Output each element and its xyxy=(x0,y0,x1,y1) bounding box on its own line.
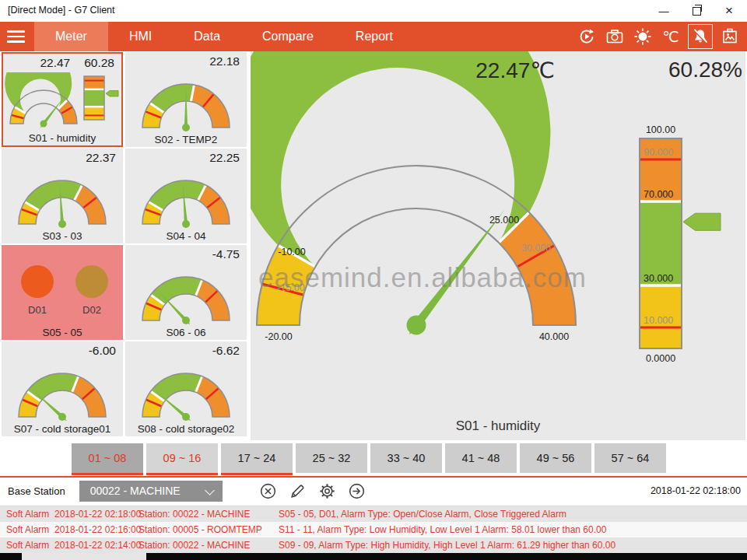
sensor-card-label: S01 - humidity xyxy=(3,132,121,144)
snapshot-gallery-icon[interactable] xyxy=(719,26,741,47)
sensor-card-s07[interactable]: -6.00S07 - cold storage01 xyxy=(2,341,123,436)
svg-text:-20.00: -20.00 xyxy=(265,331,292,342)
sensor-card-s01[interactable]: 22.4760.28S01 - humidity xyxy=(2,52,123,147)
sensor-card-grid: 22.4760.28S01 - humidity22.18S02 - TEMP2… xyxy=(0,51,249,440)
mini-dial-gauge xyxy=(128,357,244,421)
nav-item-report[interactable]: Report xyxy=(335,22,414,51)
alarm-mute-button[interactable] xyxy=(688,24,713,49)
contact-indicator-d01: D01 xyxy=(14,265,61,316)
svg-text:-10.00: -10.00 xyxy=(278,247,305,257)
temperature-readout: 22.47℃ xyxy=(430,58,601,83)
svg-text:90.000: 90.000 xyxy=(644,147,673,158)
settings-gear-icon[interactable] xyxy=(317,481,337,501)
app-window: [Direct Mode] - G7 Client — × MeterHMIDa… xyxy=(0,0,747,560)
mini-dial-gauge xyxy=(128,261,244,324)
nav-icons: ℃ xyxy=(576,22,747,51)
minimize-button[interactable]: — xyxy=(647,0,680,22)
nav-menu: MeterHMIDataCompareReport xyxy=(34,22,414,51)
bottom-bar: Base Station 00022 - MACHINE 2018-01-22 … xyxy=(0,478,747,504)
sensor-card-label: S08 - cold storage02 xyxy=(125,423,247,435)
alarm-time: 2018-01-22 02:16:00 xyxy=(54,524,139,535)
tab-01-08[interactable]: 01 ~ 08 xyxy=(72,443,143,475)
alarm-detail: S05 - 05, D01, Alarm Type: Open/Close Al… xyxy=(279,509,566,520)
tab-09-16[interactable]: 09 ~ 16 xyxy=(146,443,218,475)
svg-text:25.000: 25.000 xyxy=(489,215,519,226)
bar-pointer xyxy=(683,213,721,230)
alarm-station: Station: 00022 - MACHINE xyxy=(139,509,279,520)
svg-text:-15.00: -15.00 xyxy=(277,282,304,293)
sensor-card-label: S05 - 05 xyxy=(2,327,123,338)
sync-icon[interactable] xyxy=(576,26,598,47)
svg-text:0.0000: 0.0000 xyxy=(646,353,675,364)
alarm-log: Soft Alarm2018-01-22 02:18:00Station: 00… xyxy=(0,506,747,553)
sensor-card-label: S07 - cold storage01 xyxy=(2,423,123,435)
cancel-alarm-button[interactable] xyxy=(258,481,278,501)
sensor-values: 22.4760.28 xyxy=(8,56,114,70)
sensor-card-s03[interactable]: 22.37S03 - 03 xyxy=(2,149,123,243)
sensor-card-s06[interactable]: -4.75S06 - 06 xyxy=(125,245,247,340)
go-button[interactable] xyxy=(347,481,366,501)
sensor-card-s04[interactable]: 22.25S04 - 04 xyxy=(125,149,247,243)
gauge-needle xyxy=(409,210,504,334)
gauge-canvas: -20.0040.000-10.0025.000-15.0030.000100.… xyxy=(251,51,745,440)
bell-muted-icon xyxy=(691,27,710,46)
tab-57-64[interactable]: 57 ~ 64 xyxy=(594,443,666,473)
sensor-card-label: S04 - 04 xyxy=(125,230,247,242)
celsius-unit-toggle[interactable]: ℃ xyxy=(660,26,682,47)
chevron-down-icon xyxy=(205,485,215,495)
mini-bar-gauge xyxy=(82,75,120,124)
sensor-values: 22.25 xyxy=(130,151,240,165)
restore-button[interactable] xyxy=(680,0,713,22)
close-button[interactable]: × xyxy=(713,0,745,22)
alarm-station: Station: 00022 - MACHINE xyxy=(139,540,279,551)
sensor-card-s08[interactable]: -6.62S08 - cold storage02 xyxy=(125,341,247,436)
camera-icon[interactable] xyxy=(604,26,626,47)
svg-text:40.000: 40.000 xyxy=(539,331,569,342)
sensor-values: -6.00 xyxy=(6,344,116,358)
current-timestamp: 2018-01-22 02:18:00 xyxy=(651,485,741,496)
selected-sensor-label: S01 - humidity xyxy=(251,418,745,434)
base-station-label: Base Station xyxy=(8,485,65,497)
sensor-group-tabs: 01 ~ 0809 ~ 1617 ~ 2425 ~ 3233 ~ 4041 ~ … xyxy=(0,443,747,476)
mini-dial-gauge xyxy=(4,164,121,228)
alarm-detail: S09 - 09, Alarm Type: High Humidity, Hig… xyxy=(279,540,615,551)
nav-item-data[interactable]: Data xyxy=(173,22,241,51)
sensor-value: 22.37 xyxy=(86,151,116,165)
restore-icon xyxy=(693,7,701,16)
taskbar-sliver xyxy=(0,553,747,560)
main-panel: 22.47℃ 60.28% -20.0040.000-10.0025.000-1… xyxy=(251,51,745,440)
sensor-card-s02[interactable]: 22.18S02 - TEMP2 xyxy=(125,52,247,147)
sensor-value: 22.18 xyxy=(209,54,240,68)
nav-bar: MeterHMIDataCompareReport ℃ xyxy=(0,22,747,51)
alarm-time: 2018-01-22 02:18:00 xyxy=(54,509,139,520)
sensor-value: 22.25 xyxy=(209,151,240,165)
alarm-station: Station: 00005 - ROOMTEMP xyxy=(139,524,279,535)
nav-item-hmi[interactable]: HMI xyxy=(108,22,173,51)
tab-49-56[interactable]: 49 ~ 56 xyxy=(520,443,591,473)
base-station-dropdown[interactable]: 00022 - MACHINE xyxy=(79,481,223,502)
tab-33-40[interactable]: 33 ~ 40 xyxy=(370,443,442,473)
sensor-card-s05[interactable]: D01D02S05 - 05 xyxy=(2,245,123,340)
sensor-values: -4.75 xyxy=(130,247,240,261)
sensor-card-label: S06 - 06 xyxy=(125,327,247,338)
nav-item-compare[interactable]: Compare xyxy=(241,22,335,51)
tab-17-24[interactable]: 17 ~ 24 xyxy=(221,443,293,475)
window-title: [Direct Mode] - G7 Client xyxy=(8,5,115,16)
window-controls: — × xyxy=(647,0,745,22)
menu-icon[interactable] xyxy=(0,22,34,51)
bar-pointer xyxy=(106,91,118,96)
mini-dial-gauge xyxy=(4,357,121,421)
brightness-icon[interactable] xyxy=(632,26,654,47)
tab-41-48[interactable]: 41 ~ 48 xyxy=(445,443,517,473)
edit-button[interactable] xyxy=(288,481,307,501)
alarm-detail: S11 - 11, Alarm Type: Low Humidity, Low … xyxy=(279,524,606,535)
svg-text:70.000: 70.000 xyxy=(644,189,673,200)
contact-label: D01 xyxy=(14,304,61,316)
sensor-value: -4.75 xyxy=(212,247,240,261)
contact-dot xyxy=(21,265,54,298)
sensor-values: 22.18 xyxy=(130,54,240,68)
nav-item-meter[interactable]: Meter xyxy=(34,22,108,51)
sensor-values: -6.62 xyxy=(130,344,240,358)
tab-25-32[interactable]: 25 ~ 32 xyxy=(296,443,367,473)
sensor-value: 22.47 xyxy=(40,56,70,70)
